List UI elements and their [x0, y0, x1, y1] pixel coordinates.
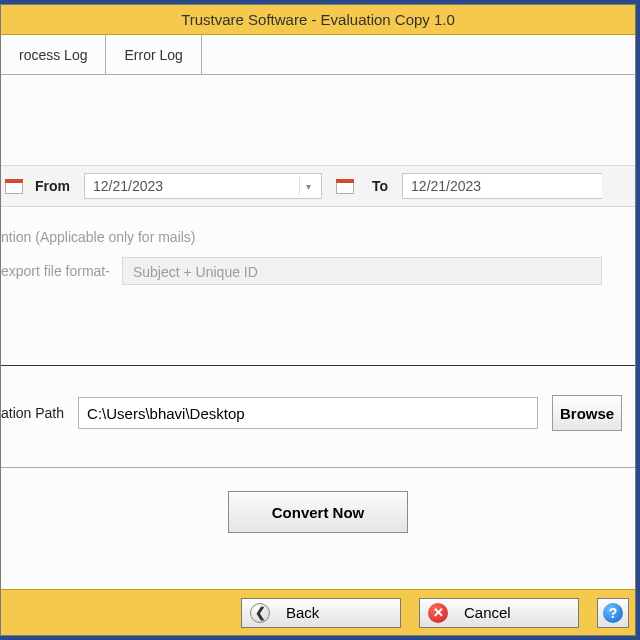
browse-button[interactable]: Browse	[552, 395, 622, 431]
convert-label: Convert Now	[272, 504, 365, 521]
main-panel: rocess Log Error Log From 12/21/2023 ▾ T…	[1, 35, 635, 589]
naming-legend: ntion (Applicable only for mails)	[1, 229, 635, 245]
destination-row: ation Path Browse	[1, 395, 635, 431]
date-filter-row: From 12/21/2023 ▾ To 12/21/2023	[1, 165, 635, 207]
tab-process-log[interactable]: rocess Log	[1, 35, 106, 74]
naming-section: ntion (Applicable only for mails) export…	[1, 223, 635, 285]
divider	[1, 365, 635, 366]
cancel-label: Cancel	[464, 604, 511, 621]
back-button[interactable]: ❮ Back	[241, 598, 401, 628]
help-button[interactable]: ?	[597, 598, 629, 628]
title-text: Trustvare Software - Evaluation Copy 1.0	[181, 11, 455, 28]
divider	[1, 467, 635, 468]
app-window: Trustvare Software - Evaluation Copy 1.0…	[0, 4, 636, 636]
help-icon: ?	[603, 603, 623, 623]
tab-label: rocess Log	[19, 47, 87, 63]
tab-label: Error Log	[124, 47, 182, 63]
file-format-select: Subject + Unique ID	[122, 257, 602, 285]
tab-error-log[interactable]: Error Log	[106, 35, 201, 74]
tab-bar: rocess Log Error Log	[1, 35, 635, 75]
back-label: Back	[286, 604, 319, 621]
destination-path-input[interactable]	[78, 397, 538, 429]
calendar-icon	[5, 177, 23, 195]
file-format-value: Subject + Unique ID	[133, 264, 258, 280]
convert-now-button[interactable]: Convert Now	[228, 491, 408, 533]
convert-row: Convert Now	[1, 491, 635, 533]
close-icon: ✕	[428, 603, 448, 623]
from-label: From	[35, 178, 70, 194]
tab-spacer	[202, 35, 635, 74]
chevron-down-icon[interactable]: ▾	[299, 177, 317, 195]
destination-label: ation Path	[1, 405, 64, 421]
cancel-button[interactable]: ✕ Cancel	[419, 598, 579, 628]
from-date-picker[interactable]: 12/21/2023 ▾	[84, 173, 322, 199]
browse-label: Browse	[560, 405, 614, 422]
arrow-left-icon: ❮	[250, 603, 270, 623]
calendar-icon	[336, 177, 354, 195]
footer-bar: ❮ Back ✕ Cancel ?	[1, 589, 635, 635]
to-label: To	[372, 178, 388, 194]
to-date-picker[interactable]: 12/21/2023	[402, 173, 602, 199]
naming-row: export file format- Subject + Unique ID	[1, 257, 635, 285]
to-date-value: 12/21/2023	[411, 178, 481, 194]
from-date-value: 12/21/2023	[93, 178, 163, 194]
naming-label: export file format-	[1, 263, 110, 279]
window-title: Trustvare Software - Evaluation Copy 1.0	[1, 5, 635, 35]
